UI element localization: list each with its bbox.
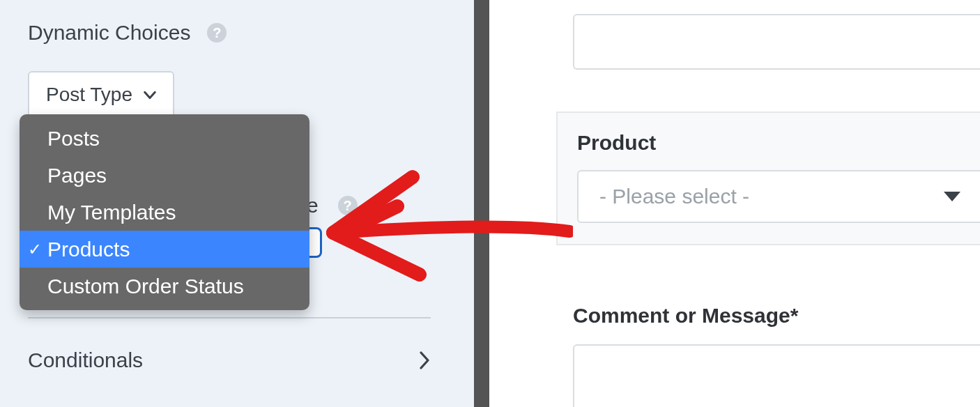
text-input-above[interactable] xyxy=(573,14,980,70)
required-asterisk: * xyxy=(790,304,799,327)
post-type-select[interactable]: Post Type xyxy=(28,71,174,118)
dropdown-item-my-templates[interactable]: My Templates xyxy=(20,194,309,231)
comment-textarea[interactable] xyxy=(573,344,980,407)
dynamic-choices-heading: Dynamic Choices ? xyxy=(28,21,446,45)
form-preview: Product - Please select - Comment or Mes… xyxy=(489,0,980,407)
comment-field-label: Comment or Message* xyxy=(573,304,798,328)
conditionals-label: Conditionals xyxy=(28,348,143,372)
chevron-right-icon xyxy=(418,351,431,370)
dropdown-item-posts[interactable]: Posts xyxy=(20,120,309,157)
settings-sidebar: Dynamic Choices ? Post Type e ? Posts Pa… xyxy=(0,0,489,407)
product-field-label: Product xyxy=(577,131,980,155)
dynamic-choices-label: Dynamic Choices xyxy=(28,21,190,45)
product-select[interactable]: - Please select - xyxy=(577,170,980,223)
dropdown-item-pages[interactable]: Pages xyxy=(20,157,309,194)
chevron-down-icon xyxy=(142,87,158,102)
checkmark-icon: ✓ xyxy=(28,237,42,262)
product-select-placeholder: - Please select - xyxy=(599,185,749,208)
help-icon[interactable]: ? xyxy=(207,23,227,43)
hidden-row-peek: e ? xyxy=(307,194,358,217)
help-icon[interactable]: ? xyxy=(338,196,358,215)
caret-down-icon xyxy=(944,192,960,201)
product-field-wrapper: Product - Please select - xyxy=(556,112,980,245)
dropdown-item-products[interactable]: ✓ Products xyxy=(20,231,309,268)
post-type-dropdown: Posts Pages My Templates ✓ Products Cust… xyxy=(20,114,309,310)
section-divider xyxy=(28,317,431,318)
dropdown-item-custom-order-status[interactable]: Custom Order Status xyxy=(20,268,309,305)
conditionals-section[interactable]: Conditionals xyxy=(28,348,431,372)
post-type-select-label: Post Type xyxy=(46,84,132,106)
